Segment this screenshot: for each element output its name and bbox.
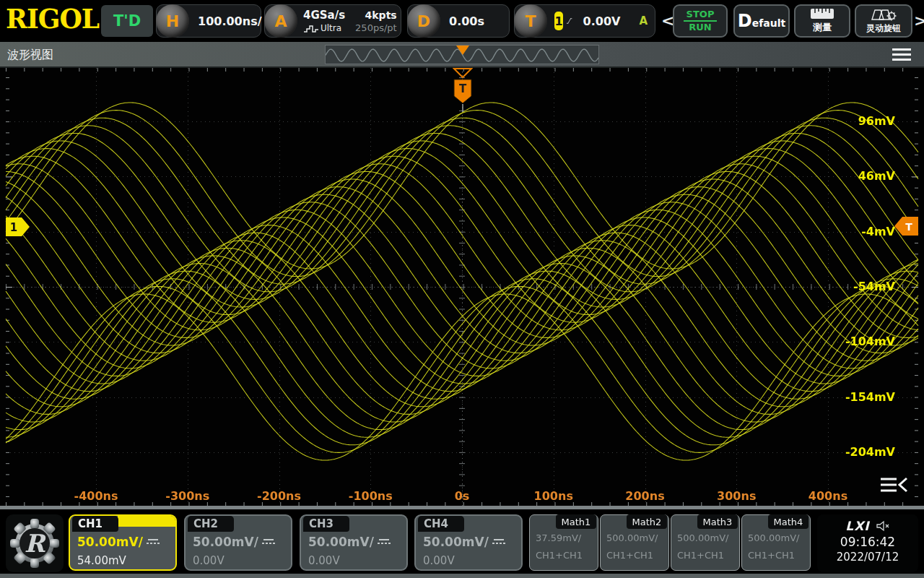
horizontal-knob[interactable]: H bbox=[156, 4, 189, 38]
acquisition-info: 4GSa/s 4kpts Ultra 250ps/pt bbox=[303, 9, 397, 33]
dc-coupling-icon bbox=[378, 539, 391, 544]
trigger-pill[interactable]: T 1 0.00V A bbox=[514, 4, 655, 38]
math-box-Math1[interactable]: Math137.59mV/CH1+CH1 bbox=[529, 514, 598, 571]
delay-value: 0.00s bbox=[449, 14, 484, 28]
svg-text:R: R bbox=[25, 529, 47, 558]
delay-pill[interactable]: D 0.00s bbox=[407, 4, 510, 38]
clock-date: 2022/07/12 bbox=[817, 551, 918, 564]
time-resolution: 250ps/pt bbox=[355, 22, 397, 33]
time-label: -400ns bbox=[61, 489, 131, 503]
math-box-Math3[interactable]: Math3500.00mV/CH1+CH1 bbox=[671, 514, 740, 571]
math-scale: 500.00mV/ bbox=[606, 532, 658, 543]
trigger-source-badge[interactable]: 1 bbox=[554, 12, 563, 30]
channel-box-CH4[interactable]: CH450.00mV/0.00V bbox=[414, 514, 523, 571]
clock-time: 09:16:42 bbox=[817, 535, 918, 549]
plot-bottom-frame bbox=[0, 506, 924, 509]
toolbar-scroll-right[interactable]: > bbox=[914, 12, 924, 30]
quick-knob-label: 灵动旋钮 bbox=[866, 22, 901, 35]
time-label: -100ns bbox=[336, 489, 405, 503]
voltage-label: -4mV bbox=[833, 225, 895, 239]
ruler-icon bbox=[810, 8, 834, 20]
acquisition-knob[interactable]: A bbox=[264, 4, 297, 38]
voltage-label: -54mV bbox=[833, 280, 895, 294]
channel-offset: 0.00V bbox=[193, 554, 225, 567]
voltage-label: 46mV bbox=[833, 169, 895, 184]
rising-edge-icon bbox=[566, 12, 572, 30]
graticule-canvas bbox=[0, 68, 924, 506]
math-tab[interactable]: Math4 bbox=[768, 514, 808, 529]
channel-tab[interactable]: CH2 bbox=[188, 516, 234, 532]
channel-scale: 50.00mV/ bbox=[308, 535, 374, 549]
speaker-muted-icon bbox=[876, 520, 890, 532]
math-box-Math4[interactable]: Math4500.00mV/CH1+CH1 bbox=[741, 514, 811, 571]
sample-rate: 4GSa/s bbox=[303, 9, 345, 22]
collapse-labels-icon[interactable] bbox=[881, 477, 910, 493]
time-label: 400ns bbox=[793, 489, 863, 503]
measure-label: 测量 bbox=[813, 21, 832, 34]
acquisition-pill[interactable]: A 4GSa/s 4kpts Ultra 250ps/pt bbox=[264, 4, 401, 38]
time-label: 300ns bbox=[702, 489, 771, 503]
quick-knob-button[interactable]: 灵动旋钮 bbox=[855, 4, 912, 38]
memory-depth: 4kpts bbox=[355, 9, 397, 21]
math-tab[interactable]: Math2 bbox=[627, 514, 667, 529]
svg-text:1: 1 bbox=[10, 221, 17, 234]
channel-offset: 0.00V bbox=[423, 554, 455, 567]
math-box-Math2[interactable]: Math2500.00mV/CH1+CH1 bbox=[600, 514, 669, 571]
oscilloscope-screen: RIGOL T'D H 100.00ns/ A 4GSa/s 4kpts Ult… bbox=[0, 0, 924, 578]
view-title: 波形视图 bbox=[7, 48, 53, 63]
voltage-label: 96mV bbox=[833, 114, 895, 129]
channel-tab[interactable]: CH3 bbox=[303, 516, 349, 532]
waveform-view-bar: 波形视图 bbox=[0, 42, 924, 68]
menu-icon[interactable] bbox=[892, 48, 911, 64]
time-label: -300ns bbox=[153, 489, 222, 503]
channel-tab[interactable]: CH4 bbox=[418, 516, 464, 532]
default-label: Default bbox=[738, 11, 785, 31]
math-scale: 500.00mV/ bbox=[748, 532, 799, 543]
trigger-status-badge: T'D bbox=[101, 5, 153, 37]
svg-text:T: T bbox=[905, 221, 912, 233]
channel1-marker[interactable]: 1 bbox=[6, 217, 30, 236]
math-scale: 37.59mV/ bbox=[536, 532, 581, 543]
math-expression: CH1+CH1 bbox=[748, 550, 795, 561]
time-label: 200ns bbox=[611, 489, 680, 503]
channel-tab[interactable]: CH1 bbox=[72, 516, 118, 532]
trigger-level-marker[interactable]: T bbox=[894, 217, 918, 236]
time-label: 0s bbox=[427, 489, 497, 503]
math-tab[interactable]: Math1 bbox=[556, 514, 596, 529]
voltage-label: -104mV bbox=[833, 335, 895, 349]
time-label: 100ns bbox=[519, 489, 588, 503]
lxi-logo: LXI bbox=[845, 519, 869, 533]
measure-button[interactable]: 测量 bbox=[794, 4, 850, 38]
voltage-label: -154mV bbox=[833, 390, 895, 405]
dc-coupling-icon bbox=[492, 539, 505, 544]
dc-coupling-icon bbox=[262, 539, 275, 544]
math-expression: CH1+CH1 bbox=[677, 550, 724, 561]
acq-mode: Ultra bbox=[303, 23, 345, 33]
preview-trigger-position-icon[interactable] bbox=[456, 46, 469, 55]
channel-box-CH3[interactable]: CH350.00mV/0.00V bbox=[300, 514, 408, 571]
channel-scale: 50.00mV/ bbox=[193, 535, 258, 549]
waveform-display: T 1 T 96mV46mV-4mV-54mV-104mV-154mV-204m… bbox=[0, 68, 924, 506]
flex-knob-icon bbox=[871, 8, 897, 21]
top-bar: RIGOL T'D H 100.00ns/ A 4GSa/s 4kpts Ult… bbox=[0, 0, 924, 42]
time-label: -200ns bbox=[245, 489, 314, 503]
trigger-knob[interactable]: T bbox=[514, 4, 547, 38]
channel-box-CH2[interactable]: CH250.00mV/0.00V bbox=[184, 514, 292, 571]
bottom-bar: R CH150.00mV/54.00mVCH250.00mV/0.00VCH35… bbox=[0, 514, 924, 578]
stop-label: STOP bbox=[687, 9, 715, 20]
rigol-wheel-button[interactable]: R bbox=[6, 514, 64, 572]
horizontal-scale-pill[interactable]: H 100.00ns/ bbox=[156, 4, 261, 38]
trigger-position-flag[interactable]: T bbox=[453, 68, 473, 113]
run-label: RUN bbox=[689, 22, 711, 33]
system-clock-panel[interactable]: LXI 09:16:42 2022/07/12 bbox=[817, 514, 918, 572]
channel-box-CH1[interactable]: CH150.00mV/54.00mV bbox=[69, 514, 177, 571]
default-button[interactable]: Default bbox=[733, 4, 790, 38]
channel-offset: 0.00V bbox=[308, 554, 340, 567]
record-preview-strip[interactable] bbox=[325, 45, 599, 64]
math-tab[interactable]: Math3 bbox=[697, 514, 738, 529]
stop-run-button[interactable]: STOP RUN bbox=[673, 4, 728, 38]
channel-scale: 50.00mV/ bbox=[423, 535, 489, 549]
trigger-sweep-mode: A bbox=[639, 14, 648, 27]
math-expression: CH1+CH1 bbox=[606, 550, 653, 561]
delay-knob[interactable]: D bbox=[407, 4, 440, 38]
